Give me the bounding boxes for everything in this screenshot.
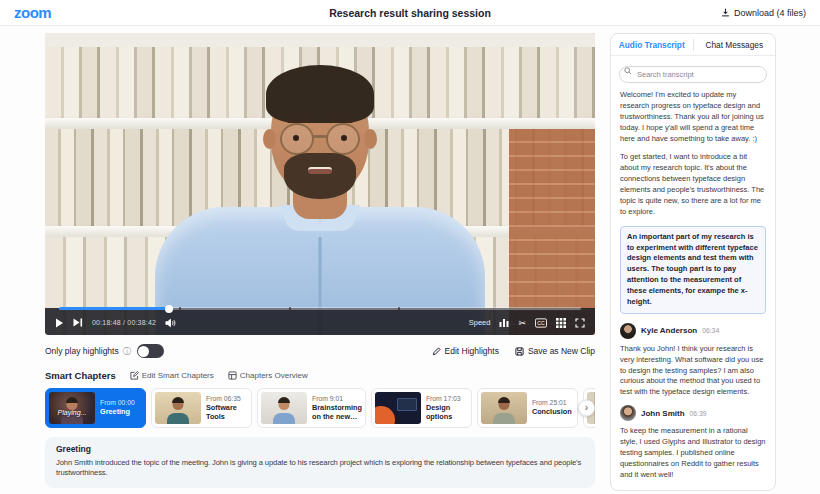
edit-box-icon [130,371,139,380]
seek-progress [59,307,169,310]
skip-next-button[interactable] [73,318,83,327]
svg-text:CC: CC [537,320,545,326]
ceiling [45,33,595,47]
message-header: Kyle Anderson 06:34 [620,323,766,339]
download-icon [721,8,730,17]
carousel-next-button[interactable]: › [578,400,595,417]
bar-chart-icon[interactable] [499,318,509,327]
info-icon[interactable]: ⓘ [123,346,131,357]
chapter-card-design-options[interactable]: From 17:03 Design options [371,388,472,428]
chapter-card-brainstorming[interactable]: From 9:01 Brainstorming on the new ide..… [257,388,366,428]
edit-highlights-button[interactable]: Edit Highlights [432,346,499,356]
chapter-summary-title: Greeting [56,444,584,454]
edit-smart-chapters-button[interactable]: Edit Smart Chapters [130,371,214,380]
sidebar: Audio Transcript Chat Messages Welcome! … [610,33,776,494]
chapters-overview-button[interactable]: Chapters Overview [228,371,308,380]
chapter-thumbnail [375,392,421,424]
message-author: Kyle Anderson [641,326,697,335]
only-play-highlights-label: Only play highlights [45,346,119,356]
chapter-thumbnail: Playing... [49,392,95,424]
grid-view-icon[interactable] [556,318,566,328]
main-column: 00:18:48 / 00:38:42 Speed ✂ CC [45,33,595,488]
message-text: To keep the measurement in a rational st… [620,426,766,480]
chapters-carousel: Playing... From 00:00 Greeting From 06:3… [45,388,595,428]
play-button[interactable] [55,318,64,328]
tab-audio-transcript[interactable]: Audio Transcript [611,40,693,50]
search-transcript-input[interactable] [619,66,767,83]
only-play-highlights-toggle[interactable] [137,344,164,358]
chevron-right-icon: › [585,403,588,413]
face [271,73,369,195]
message-header: John Smith 06:39 [620,405,766,421]
chapter-thumbnail [481,392,527,424]
download-button[interactable]: Download (4 files) [721,8,806,18]
search-icon [624,67,632,75]
playing-status: Playing... [49,409,95,416]
video-player[interactable]: 00:18:48 / 00:38:42 Speed ✂ CC [45,33,595,335]
fullscreen-icon[interactable] [575,318,585,328]
highlights-bar: Only play highlights ⓘ Edit Highlights S… [45,342,595,360]
transcript-paragraph: Welcome! I'm excited to update my resear… [620,90,766,144]
trim-scissors-icon[interactable]: ✂ [518,318,526,328]
transcript-paragraph: To get started, I want to introduce a bi… [620,152,766,217]
closed-captions-icon[interactable]: CC [535,318,547,328]
seek-handle[interactable] [165,305,173,313]
page: zoom Research result sharing session Dow… [0,0,820,494]
top-bar: zoom Research result sharing session Dow… [0,0,820,26]
download-label: Download (4 files) [734,8,806,18]
avatar-kyle-anderson [620,323,636,339]
message-text: Thank you John! I think your research is… [620,344,766,398]
message-time: 06:39 [690,410,707,417]
chapter-card-greeting[interactable]: Playing... From 00:00 Greeting [45,388,146,428]
chapter-summary-card: Greeting John Smith introduced the topic… [45,437,595,488]
seek-bar[interactable] [59,307,581,310]
transcript-panel: Audio Transcript Chat Messages Welcome! … [610,33,776,491]
avatar-john-smith [620,405,636,421]
smart-chapters-title: Smart Chapters [45,370,116,381]
save-as-new-clip-button[interactable]: Save as New Clip [515,346,595,356]
overview-grid-icon [228,371,237,380]
smart-chapters-header: Smart Chapters Edit Smart Chapters Chapt… [45,370,595,381]
save-icon [515,347,524,356]
chapter-card-conclusion[interactable]: From 25:01 Conclusion [477,388,578,428]
chapter-card-software-tools[interactable]: From 06:35 Software Tools [151,388,252,428]
speed-button[interactable]: Speed [469,318,491,327]
highlighted-transcript-segment[interactable]: An important part of my research is to e… [620,226,766,314]
message-author: John Smith [641,409,685,418]
pencil-icon [432,347,441,356]
zoom-logo: zoom [14,4,51,21]
page-title: Research result sharing session [0,7,820,19]
video-controls: 00:18:48 / 00:38:42 Speed ✂ CC [45,308,595,335]
chapter-summary-text: John Smith introduced the topic of the m… [56,458,584,479]
hair [266,65,374,123]
speaker-john-smith [110,83,530,335]
message-time: 06:34 [702,327,719,334]
panel-tabs: Audio Transcript Chat Messages [611,34,775,56]
volume-icon[interactable] [165,318,176,328]
chapter-thumbnail [155,392,201,424]
beard [284,153,356,199]
tab-chat-messages[interactable]: Chat Messages [694,40,776,50]
chapter-thumbnail [261,392,307,424]
time-display: 00:18:48 / 00:38:42 [92,319,156,326]
